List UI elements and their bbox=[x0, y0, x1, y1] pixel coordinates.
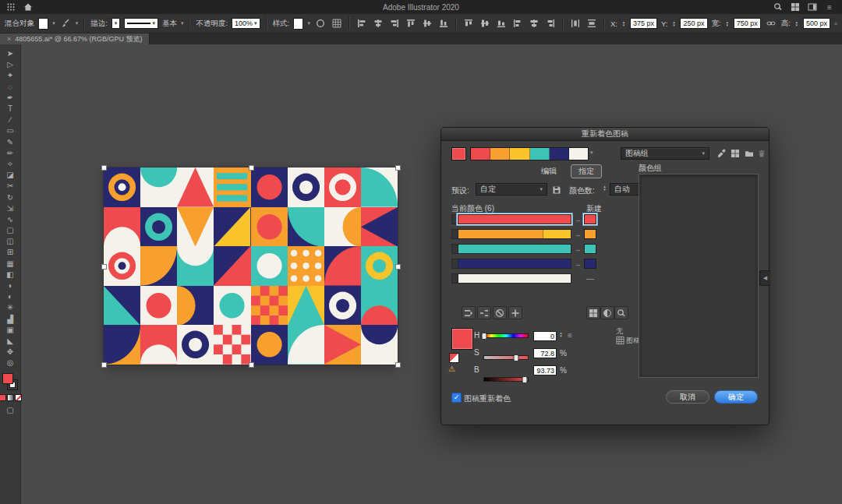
perspective-grid-tool[interactable]: ⊞ bbox=[0, 247, 20, 258]
selection-handle[interactable] bbox=[249, 362, 254, 368]
gradient-mode-icon[interactable] bbox=[7, 394, 14, 401]
free-transform-tool[interactable]: ▢ bbox=[0, 225, 20, 236]
document-setup-icon[interactable] bbox=[331, 17, 343, 30]
slice-tool[interactable]: ◣ bbox=[0, 336, 20, 347]
hue-slider-thumb[interactable] bbox=[482, 333, 487, 340]
align-right-icon[interactable] bbox=[388, 17, 401, 30]
align-hcenter-icon[interactable] bbox=[372, 17, 384, 30]
separate-colors-icon[interactable] bbox=[477, 306, 491, 319]
hand-tool[interactable]: ✥ bbox=[0, 347, 20, 358]
current-color-bar[interactable] bbox=[458, 244, 571, 254]
distribute-left-icon[interactable] bbox=[511, 17, 524, 30]
document-tab[interactable]: × 4805655.ai* @ 66.67% (RGB/GPU 预览) bbox=[0, 33, 150, 44]
scissors-tool[interactable]: ✂ bbox=[0, 181, 20, 192]
artwork[interactable] bbox=[104, 167, 398, 365]
selection-handle[interactable] bbox=[249, 165, 254, 171]
distribute-right-icon[interactable] bbox=[544, 17, 557, 30]
scale-tool[interactable]: ⇲ bbox=[0, 203, 20, 214]
hue-input[interactable]: 0 bbox=[533, 331, 557, 341]
hsb-menu-icon[interactable]: ≡ bbox=[568, 331, 572, 340]
stroke-width-dropdown[interactable]: ▾ bbox=[111, 18, 121, 29]
current-color-bar[interactable] bbox=[458, 259, 571, 269]
exclude-colors-icon[interactable] bbox=[493, 306, 507, 319]
y-input[interactable]: 250 px bbox=[680, 18, 707, 29]
panel-menu-icon[interactable]: ≡ bbox=[834, 21, 837, 26]
shaper-tool[interactable]: ✧ bbox=[0, 159, 20, 170]
fill-color-swatch[interactable] bbox=[38, 18, 48, 30]
artwork-group-dropdown[interactable]: 图稿组▾ bbox=[621, 147, 709, 160]
color-row[interactable]: → bbox=[451, 244, 619, 254]
distribute-vspace-icon[interactable] bbox=[586, 17, 598, 30]
y-stepper[interactable]: ▴▾ bbox=[671, 20, 676, 26]
cancel-button[interactable]: 取消 bbox=[666, 390, 709, 404]
height-input[interactable]: 500 px bbox=[803, 18, 830, 29]
color-mode-icon[interactable] bbox=[0, 394, 6, 401]
none-mode-icon[interactable] bbox=[15, 394, 22, 401]
width-tool[interactable]: ∿ bbox=[0, 214, 20, 225]
close-tab-icon[interactable]: × bbox=[7, 35, 11, 43]
new-color-swatch[interactable] bbox=[584, 229, 596, 239]
current-color-bar[interactable] bbox=[458, 229, 571, 239]
save-preset-icon[interactable] bbox=[550, 184, 563, 196]
tab-assign[interactable]: 指定 bbox=[571, 164, 602, 178]
x-stepper[interactable]: ▴▾ bbox=[621, 20, 626, 26]
distribute-hspace-icon[interactable] bbox=[569, 17, 582, 30]
width-input[interactable]: 750 px bbox=[734, 18, 761, 29]
color-scheme-bar[interactable] bbox=[470, 147, 589, 160]
brightness-slider-thumb[interactable] bbox=[522, 376, 528, 383]
style-swatch[interactable] bbox=[293, 18, 303, 30]
recolor-artwork-checkbox[interactable]: ✓ bbox=[451, 393, 462, 403]
trash-icon[interactable] bbox=[755, 147, 768, 159]
brightness-input[interactable]: 93.73 bbox=[533, 365, 557, 375]
distribute-top-icon[interactable] bbox=[462, 17, 475, 30]
row-drag-handle[interactable] bbox=[451, 273, 458, 284]
color-groups-panel[interactable] bbox=[639, 174, 759, 378]
new-color-row-icon[interactable] bbox=[508, 306, 522, 319]
color-row[interactable]: → bbox=[451, 229, 619, 239]
eyedropper-tool[interactable]: ◗ bbox=[0, 280, 20, 291]
fill-swatch[interactable] bbox=[2, 373, 13, 384]
screen-mode-icon[interactable]: ▢ bbox=[0, 404, 20, 415]
hue-stepper[interactable]: ▴▾ bbox=[558, 331, 564, 337]
mesh-tool[interactable]: ▦ bbox=[0, 259, 20, 270]
eyedropper-icon[interactable] bbox=[715, 147, 727, 159]
align-top-icon[interactable] bbox=[405, 17, 417, 30]
collapse-panel-icon[interactable]: ◀ bbox=[759, 270, 770, 286]
randomize-brightness-icon[interactable] bbox=[600, 306, 614, 319]
magic-wand-tool[interactable]: ✦ bbox=[0, 70, 20, 81]
new-color-swatch[interactable] bbox=[584, 244, 596, 254]
no-new-color-dash[interactable]: — bbox=[584, 274, 596, 283]
selection-handle[interactable] bbox=[395, 165, 401, 171]
distribute-hcenter-icon[interactable] bbox=[528, 17, 540, 30]
new-color-swatch[interactable] bbox=[584, 259, 596, 269]
find-color-icon[interactable] bbox=[614, 306, 628, 319]
hue-slider[interactable] bbox=[483, 333, 529, 338]
brush-basic-label[interactable]: 基本 bbox=[162, 19, 177, 29]
fill-chevron-icon[interactable]: ▾ bbox=[52, 20, 55, 26]
width-stepper[interactable]: ▴▾ bbox=[725, 20, 730, 26]
rectangle-tool[interactable]: ▭ bbox=[0, 125, 20, 136]
hsb-color-swatch[interactable] bbox=[451, 328, 473, 350]
fill-stroke-control[interactable] bbox=[2, 373, 18, 390]
folder-icon[interactable] bbox=[743, 147, 755, 159]
distribute-bottom-icon[interactable] bbox=[495, 17, 508, 30]
selection-tool[interactable]: ➤ bbox=[0, 48, 20, 59]
tab-edit[interactable]: 编辑 bbox=[533, 164, 564, 178]
selection-handle[interactable] bbox=[101, 362, 107, 368]
distribute-vcenter-icon[interactable] bbox=[479, 17, 491, 30]
brush-chevron-icon[interactable]: ▾ bbox=[76, 20, 79, 26]
artboard-tool[interactable]: ▣ bbox=[0, 325, 20, 336]
selection-handle[interactable] bbox=[395, 264, 401, 270]
color-row[interactable]: → bbox=[451, 259, 619, 269]
active-color-swatch[interactable] bbox=[451, 147, 466, 160]
x-input[interactable]: 375 px bbox=[630, 18, 657, 29]
stroke-profile-dropdown[interactable]: ▾ bbox=[124, 18, 158, 29]
type-tool[interactable]: T bbox=[0, 104, 20, 115]
limit-grid-icon[interactable] bbox=[616, 337, 624, 345]
constrain-proportions-icon[interactable] bbox=[765, 17, 777, 30]
row-drag-handle[interactable] bbox=[451, 229, 458, 239]
saturation-input[interactable]: 72.8 bbox=[533, 348, 557, 358]
symbol-sprayer-tool[interactable]: ✳ bbox=[0, 302, 20, 313]
preset-dropdown[interactable]: 自定▾ bbox=[476, 183, 547, 196]
paintbrush-tool[interactable]: ✎ bbox=[0, 137, 20, 148]
